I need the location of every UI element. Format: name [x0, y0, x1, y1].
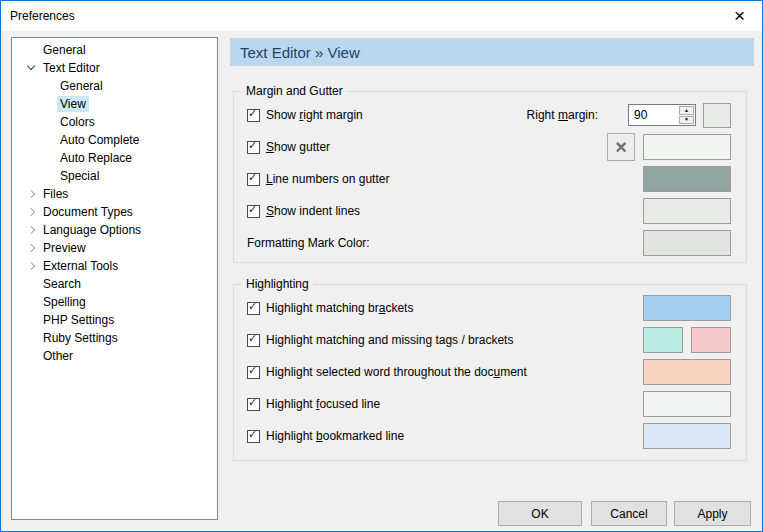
row-highlight-matching-brackets: ✓ Highlight matching brackets — [234, 292, 746, 324]
missing-tags-color-swatch[interactable] — [691, 327, 731, 353]
selected-word-color-swatch[interactable] — [643, 359, 731, 385]
sidebar-item-te-special[interactable]: Special — [12, 167, 217, 185]
matching-tags-color-swatch[interactable] — [643, 327, 683, 353]
check-icon: ✓ — [248, 428, 257, 441]
indent-lines-color-swatch[interactable] — [643, 198, 731, 224]
right-margin-label: Right margin: — [527, 108, 598, 122]
highlight-focused-line-checkbox[interactable]: ✓ — [247, 398, 260, 411]
sidebar-item-text-editor[interactable]: Text Editor — [12, 59, 217, 77]
page-title-text: Text Editor » View — [240, 44, 360, 61]
row-highlight-focused-line: ✓ Highlight focused line — [234, 388, 746, 420]
line-numbers-checkbox[interactable]: ✓ — [247, 173, 260, 186]
sidebar-item-document-types[interactable]: Document Types — [12, 203, 217, 221]
group-margin-gutter-label: Margin and Gutter — [242, 84, 347, 98]
sidebar-tree: General Text Editor General View Colors … — [11, 37, 218, 520]
check-icon: ✓ — [248, 107, 257, 120]
sidebar-item-other[interactable]: Other — [12, 347, 217, 365]
clear-gutter-color-button[interactable]: × — [607, 133, 635, 161]
chevron-right-icon[interactable] — [24, 224, 40, 237]
row-highlight-tags-brackets: ✓ Highlight matching and missing tags / … — [234, 324, 746, 356]
sidebar-item-search[interactable]: Search — [12, 275, 217, 293]
sidebar-item-preview[interactable]: Preview — [12, 239, 217, 257]
chevron-spacer — [24, 296, 40, 309]
chevron-right-icon[interactable] — [24, 242, 40, 255]
gutter-color-swatch[interactable] — [643, 134, 731, 160]
ok-button[interactable]: OK — [498, 501, 582, 526]
chevron-right-icon[interactable] — [24, 260, 40, 273]
sidebar-item-te-colors[interactable]: Colors — [12, 113, 217, 131]
spinner-buttons: ▲ ▼ — [678, 105, 695, 125]
sidebar-item-external-tools[interactable]: External Tools — [12, 257, 217, 275]
group-highlighting: Highlighting ✓ Highlight matching bracke… — [233, 284, 747, 461]
show-right-margin-label[interactable]: Show right margin — [266, 108, 363, 122]
sidebar-item-te-auto-complete[interactable]: Auto Complete — [12, 131, 217, 149]
window-title: Preferences — [10, 9, 75, 23]
chevron-spacer — [24, 44, 40, 57]
line-numbers-label[interactable]: Line numbers on gutter — [266, 172, 389, 186]
row-highlight-selected-word: ✓ Highlight selected word throughout the… — [234, 356, 746, 388]
line-numbers-color-swatch[interactable] — [643, 166, 731, 192]
chevron-right-icon[interactable] — [24, 206, 40, 219]
focused-line-color-swatch[interactable] — [643, 391, 731, 417]
highlight-matching-brackets-label[interactable]: Highlight matching brackets — [266, 301, 413, 315]
chevron-right-icon[interactable] — [24, 188, 40, 201]
show-gutter-checkbox[interactable]: ✓ — [247, 141, 260, 154]
sidebar-item-language-options[interactable]: Language Options — [12, 221, 217, 239]
sidebar-item-ruby-settings[interactable]: Ruby Settings — [12, 329, 217, 347]
highlight-focused-line-label[interactable]: Highlight focused line — [266, 397, 380, 411]
row-formatting-mark-color: Formatting Mark Color: — [234, 227, 746, 259]
highlight-selected-word-checkbox[interactable]: ✓ — [247, 366, 260, 379]
matching-brackets-color-swatch[interactable] — [643, 295, 731, 321]
highlight-selected-word-label[interactable]: Highlight selected word throughout the d… — [266, 365, 527, 379]
sidebar-item-spelling[interactable]: Spelling — [12, 293, 217, 311]
formatting-mark-color-swatch[interactable] — [643, 230, 731, 256]
check-icon: ✓ — [248, 332, 257, 345]
chevron-spacer — [24, 350, 40, 363]
chevron-spacer — [24, 278, 40, 291]
check-icon: ✓ — [248, 396, 257, 409]
row-show-right-margin: ✓ Show right margin Right margin: 90 ▲ ▼ — [234, 99, 746, 131]
sidebar-item-te-general[interactable]: General — [12, 77, 217, 95]
show-right-margin-checkbox[interactable]: ✓ — [247, 109, 260, 122]
sidebar-item-files[interactable]: Files — [12, 185, 217, 203]
page-title: Text Editor » View — [230, 38, 754, 66]
right-margin-color-swatch[interactable] — [703, 103, 731, 128]
margin-gutter-rows: ✓ Show right margin Right margin: 90 ▲ ▼… — [234, 92, 746, 259]
sidebar-item-te-view[interactable]: View — [12, 95, 217, 113]
highlight-tags-brackets-label[interactable]: Highlight matching and missing tags / br… — [266, 333, 513, 347]
row-line-numbers: ✓ Line numbers on gutter — [234, 163, 746, 195]
bookmarked-line-color-swatch[interactable] — [643, 423, 731, 449]
formatting-mark-color-label: Formatting Mark Color: — [247, 236, 370, 250]
cancel-button[interactable]: Cancel — [591, 501, 667, 526]
spinner-down-icon[interactable]: ▼ — [679, 116, 694, 125]
highlight-tags-brackets-checkbox[interactable]: ✓ — [247, 334, 260, 347]
clear-x-icon: × — [615, 137, 627, 157]
titlebar[interactable]: Preferences × — [1, 1, 762, 31]
show-indent-lines-label[interactable]: Show indent lines — [266, 204, 360, 218]
check-icon: ✓ — [248, 300, 257, 313]
row-show-gutter: ✓ Show gutter × — [234, 131, 746, 163]
show-indent-lines-checkbox[interactable]: ✓ — [247, 205, 260, 218]
spinner-up-icon[interactable]: ▲ — [679, 106, 694, 115]
group-margin-gutter: Margin and Gutter ✓ Show right margin Ri… — [233, 91, 747, 263]
highlight-matching-brackets-checkbox[interactable]: ✓ — [247, 302, 260, 315]
highlight-bookmarked-line-label[interactable]: Highlight bookmarked line — [266, 429, 404, 443]
row-highlight-bookmarked-line: ✓ Highlight bookmarked line — [234, 420, 746, 452]
chevron-down-icon[interactable] — [24, 62, 40, 75]
sidebar-item-te-auto-replace[interactable]: Auto Replace — [12, 149, 217, 167]
sidebar-item-general[interactable]: General — [12, 41, 217, 59]
chevron-spacer — [24, 314, 40, 327]
right-margin-value[interactable]: 90 — [629, 105, 678, 125]
sidebar-item-php-settings[interactable]: PHP Settings — [12, 311, 217, 329]
close-icon[interactable]: × — [717, 1, 762, 30]
check-icon: ✓ — [248, 139, 257, 152]
show-gutter-label[interactable]: Show gutter — [266, 140, 330, 154]
row-show-indent-lines: ✓ Show indent lines — [234, 195, 746, 227]
chevron-spacer — [24, 332, 40, 345]
right-margin-spinner[interactable]: 90 ▲ ▼ — [628, 104, 696, 126]
check-icon: ✓ — [248, 364, 257, 377]
check-icon: ✓ — [248, 171, 257, 184]
apply-button[interactable]: Apply — [674, 501, 751, 526]
highlight-bookmarked-line-checkbox[interactable]: ✓ — [247, 430, 260, 443]
highlighting-rows: ✓ Highlight matching brackets ✓ Highligh… — [234, 285, 746, 452]
